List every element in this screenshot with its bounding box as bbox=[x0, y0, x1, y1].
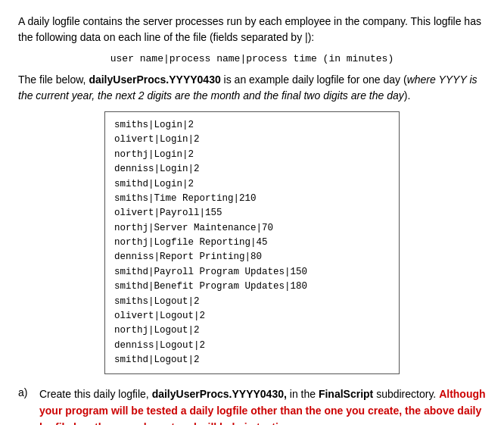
task-label-a: a) bbox=[18, 386, 39, 398]
task-content-a: Create this daily logfile, dailyUserProc… bbox=[39, 386, 486, 425]
format-line: user name|process name|process time (in … bbox=[18, 53, 486, 64]
task-text-before-bold: Create this daily logfile, bbox=[39, 388, 152, 400]
logfile-box: smiths|Login|2 olivert|Login|2 northj|Lo… bbox=[104, 111, 400, 374]
desc-end: ). bbox=[404, 89, 411, 102]
intro-paragraph1: A daily logfile contains the server proc… bbox=[18, 14, 486, 45]
task-text-after-bold: in the bbox=[287, 388, 319, 400]
task-bold2: FinalScript bbox=[319, 388, 373, 400]
intro-paragraph2: The file below, dailyUserProcs.YYYY0430 … bbox=[18, 72, 486, 104]
task-section: a) Create this daily logfile, dailyUserP… bbox=[18, 386, 486, 425]
logfile-content: smiths|Login|2 olivert|Login|2 northj|Lo… bbox=[114, 118, 390, 367]
desc-after: is an example daily logfile for one day … bbox=[221, 73, 407, 86]
task-bold1: dailyUserProcs.YYYY0430, bbox=[152, 388, 287, 400]
desc-before-bold: The file below, bbox=[18, 73, 89, 86]
desc-bold: dailyUserProcs.YYYY0430 bbox=[89, 73, 220, 86]
task-item-a: a) Create this daily logfile, dailyUserP… bbox=[18, 386, 486, 425]
task-text-after-bold2: subdirectory. bbox=[373, 388, 439, 400]
